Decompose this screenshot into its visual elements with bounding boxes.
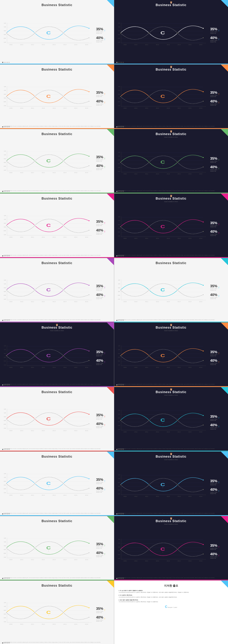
stat-number-1: 35% [96, 478, 103, 482]
svg-text:2014: 2014 [64, 367, 66, 368]
svg-text:2010: 2010 [20, 367, 23, 368]
svg-text:-1.0: -1.0 [4, 492, 6, 493]
stat-item-1: 35% Graphic / BookSample Title ↑ [96, 155, 110, 162]
svg-text:2013: 2013 [52, 301, 56, 302]
svg-text:2014: 2014 [178, 560, 180, 561]
stat-arrow-2: ↑ [104, 165, 106, 169]
svg-text:1.5: 1.5 [4, 215, 6, 216]
svg-text:C: C [46, 610, 51, 614]
stats-panel: 35% Graphic / BookSample Title ↑ 40% Gra… [210, 350, 224, 366]
svg-text:-1.0: -1.0 [118, 171, 120, 172]
business-slide: Business Statistic 1.51.00.50.0-0.5-1.0 [0, 258, 114, 322]
stat-number-2: 40% [210, 99, 217, 103]
stat-item-2: 40% Graphic / BookSample Title ↑ [210, 36, 224, 43]
dot-1 [2, 255, 3, 256]
dot-3 [5, 578, 6, 579]
stat-item-2: 40% Graphic / BookSample Title ↑ [96, 228, 110, 235]
page-dots [2, 255, 10, 256]
stat-number-2: 40% [96, 36, 103, 40]
dot-3 [120, 384, 120, 386]
svg-point-245 [202, 231, 204, 232]
svg-point-595 [34, 612, 36, 613]
svg-point-181 [202, 166, 204, 167]
svg-point-593 [88, 607, 90, 608]
stat-arrow-1: ↑ [104, 157, 106, 160]
bottom-text: Lorem Ipsum dolor sit amet, consectetur … [118, 190, 224, 192]
svg-text:0.0: 0.0 [4, 162, 6, 163]
svg-text:2012: 2012 [42, 367, 45, 368]
dot-1 [2, 642, 3, 644]
text-slide-title: 지저한 출프 [164, 584, 178, 588]
svg-text:C: C [46, 353, 51, 358]
chart-svg: 1.51.00.50.0-0.5-1.0 C ₁ 200920102011201… [118, 278, 209, 306]
svg-point-117 [202, 101, 204, 102]
svg-text:2014: 2014 [64, 559, 66, 560]
stat-arrow-2: ↑ [218, 101, 220, 104]
stat-item-1: 35% Graphic / BookSample Title ↑ [210, 90, 224, 98]
chart-area: 1.51.00.50.0-0.5-1.0 C ₁ 200920102011201… [4, 394, 110, 447]
stat-label-1: Graphic / BookSample Title [96, 159, 103, 162]
svg-text:-1.0: -1.0 [4, 105, 6, 106]
svg-text:0.5: 0.5 [4, 223, 6, 224]
svg-text:2013: 2013 [166, 238, 170, 239]
stat-item-1: 35% Graphic / BookSample Title ↑ [210, 284, 224, 291]
svg-text:0.5: 0.5 [118, 418, 120, 418]
owl-icon: 🦉 [170, 517, 172, 520]
stat-label-1: Graphic / BookSample Title [96, 482, 103, 484]
svg-text:2011: 2011 [145, 108, 148, 108]
svg-point-277 [88, 294, 90, 295]
page-dots [2, 191, 10, 192]
svg-point-53 [202, 38, 204, 38]
svg-point-562 [120, 549, 121, 550]
chart-area: 1.51.00.50.0-0.5-1.0 C ₁ 200920102011201… [4, 201, 110, 254]
svg-text:2010: 2010 [134, 174, 137, 174]
svg-point-305 [202, 285, 204, 286]
svg-text:2009: 2009 [123, 301, 126, 302]
dot-5 [8, 62, 10, 63]
corner-decoration [221, 129, 228, 136]
svg-text:2009: 2009 [123, 108, 126, 108]
dot-5 [8, 449, 10, 450]
svg-text:1.0: 1.0 [4, 283, 6, 284]
svg-text:2010: 2010 [134, 44, 137, 45]
svg-text:2012: 2012 [42, 236, 45, 237]
dot-4 [121, 320, 122, 321]
svg-point-273 [88, 285, 90, 286]
svg-text:2015: 2015 [188, 301, 192, 302]
svg-text:0.5: 0.5 [4, 481, 6, 482]
dot-1 [116, 62, 118, 63]
svg-text:2010: 2010 [134, 560, 137, 561]
svg-text:2009: 2009 [9, 559, 12, 560]
dot-4 [7, 255, 8, 256]
chart-svg: 1.51.00.50.0-0.5-1.0 C ₁ 200920102011201… [4, 471, 95, 500]
slide-row-2: Business Statistic 1.51.00.50.0-0.5-1.0 [0, 129, 228, 193]
chart-svg: 1.51.00.50.0-0.5-1.0 C ₁ 200920102011201… [4, 213, 95, 242]
svg-point-370 [120, 355, 121, 356]
svg-text:0.0: 0.0 [4, 484, 6, 486]
stat-number-1: 35% [96, 606, 103, 611]
svg-text:2013: 2013 [166, 432, 170, 432]
stat-label-2: Graphic / BookSample Title [210, 492, 217, 494]
slide-title: Business Statistic [42, 3, 72, 7]
svg-text:C: C [46, 94, 51, 98]
chart-container: 1.51.00.50.0-0.5-1.0 C ₁ 200920102011201… [4, 148, 95, 177]
stat-number-2: 40% [210, 358, 217, 363]
chart-container: 1.51.00.50.0-0.5-1.0 C ₁ 200920102011201… [118, 214, 209, 243]
svg-point-146 [6, 160, 7, 161]
dot-3 [5, 642, 6, 644]
svg-text:-1.0: -1.0 [118, 364, 120, 365]
stat-item-2: 40% Graphic / BookSample Title ↑ [96, 36, 110, 43]
svg-text:₁: ₁ [48, 35, 49, 36]
slide-subtitle: Insert Subtitle to Here [164, 136, 178, 138]
corner-decoration [221, 194, 228, 201]
svg-point-402 [6, 418, 7, 419]
corner-decoration [107, 64, 114, 72]
slide-title: Business Statistic [156, 326, 186, 330]
stat-arrow-2: ↑ [218, 231, 220, 235]
dot-4 [121, 191, 122, 192]
accent-bar [0, 257, 114, 258]
stat-arrow-1: ↑ [218, 286, 220, 290]
slide-row-1: Business Statistic 1.51.00.50.0-0.5-1.0 [0, 64, 228, 129]
svg-text:C: C [46, 481, 51, 486]
stat-number-2: 40% [96, 422, 103, 426]
